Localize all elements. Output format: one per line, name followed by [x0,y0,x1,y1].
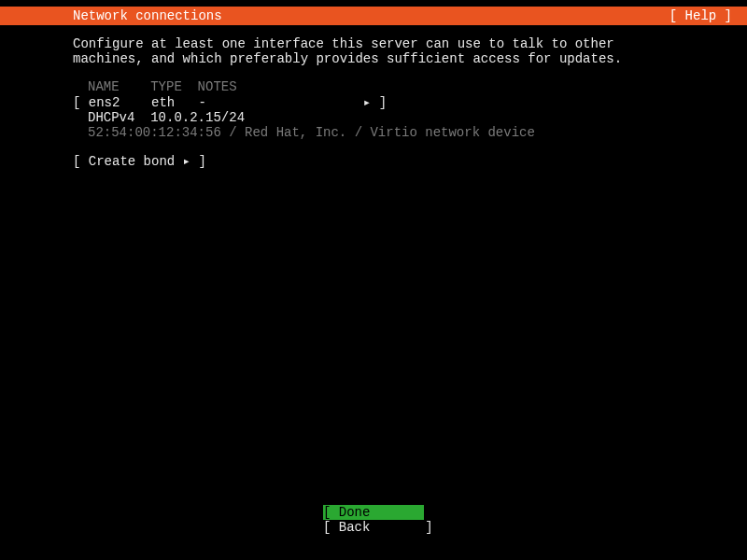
footer-buttons: [ Done ] [ Back ] [0,505,747,535]
page-title: Network connections [73,8,222,23]
interface-row-ens2[interactable]: [ ens2 eth - ▸ ] [73,94,674,110]
header-bar: Network connections [ Help ] [0,7,747,25]
main-content: Configure at least one interface this se… [0,25,747,169]
done-button[interactable]: [ Done ] [323,505,424,520]
back-button[interactable]: [ Back ] [323,520,424,535]
create-bond-button[interactable]: [ Create bond ▸ ] [73,153,674,169]
mac-info: 52:54:00:12:34:56 / Red Hat, Inc. / Virt… [88,125,674,140]
table-header: NAME TYPE NOTES [88,79,674,94]
help-button[interactable]: [ Help ] [669,8,732,23]
description-text: Configure at least one interface this se… [73,36,674,66]
dhcp-info: DHCPv4 10.0.2.15/24 [88,110,674,125]
